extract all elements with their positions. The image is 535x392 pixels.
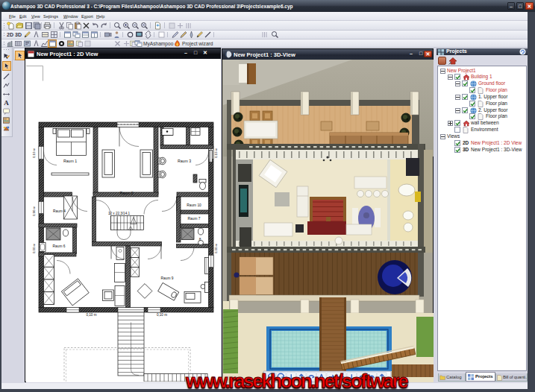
- svg-text:Raum 7: Raum 7: [188, 217, 201, 221]
- svg-text:Raum 2: Raum 2: [119, 191, 133, 195]
- svg-text:A: A: [4, 99, 9, 107]
- svg-text:Raum 3: Raum 3: [178, 159, 191, 163]
- svg-text:0,90 m: 0,90 m: [32, 206, 36, 217]
- svg-text:0,00 m: 0,00 m: [32, 244, 36, 254]
- svg-text:Raum 1: Raum 1: [63, 159, 77, 163]
- svg-text:0,00 m: 0,00 m: [214, 244, 218, 254]
- svg-text:Raum 10: Raum 10: [187, 203, 201, 207]
- svg-text:0,10 m: 0,10 m: [32, 148, 36, 159]
- svg-text:3D: 3D: [15, 32, 22, 37]
- svg-text:0,10 m: 0,10 m: [86, 313, 96, 317]
- svg-text:Raum 6: Raum 6: [53, 244, 66, 248]
- svg-text:2D: 2D: [7, 32, 13, 37]
- svg-text:Raum 4: Raum 4: [53, 209, 66, 213]
- svg-text:12 x 22,3/14,1: 12 x 22,3/14,1: [108, 212, 131, 215]
- svg-text:Raum 9: Raum 9: [161, 276, 174, 280]
- svg-text:0,10 m: 0,10 m: [157, 313, 167, 317]
- svg-text:0,10 m: 0,10 m: [214, 148, 218, 159]
